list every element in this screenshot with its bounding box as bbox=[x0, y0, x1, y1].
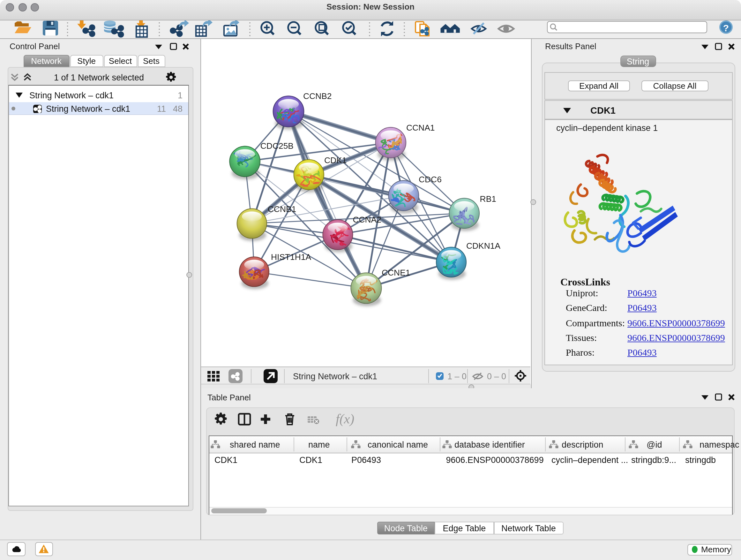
svg-text:CCNB1: CCNB1 bbox=[268, 204, 296, 214]
svg-text:CCNA2: CCNA2 bbox=[353, 215, 381, 225]
svg-text:CCNA1: CCNA1 bbox=[406, 123, 434, 132]
svg-text:CCNE1: CCNE1 bbox=[382, 268, 410, 277]
svg-text:CDK1: CDK1 bbox=[324, 155, 347, 165]
svg-text:CDC25B: CDC25B bbox=[260, 141, 293, 151]
svg-text:CDC6: CDC6 bbox=[419, 175, 442, 184]
svg-text:HIST1H1A: HIST1H1A bbox=[271, 252, 312, 262]
svg-text:CCNB2: CCNB2 bbox=[303, 91, 332, 101]
svg-text:f(x): f(x) bbox=[336, 413, 354, 427]
svg-text:CDKN1A: CDKN1A bbox=[466, 241, 500, 251]
svg-text:RB1: RB1 bbox=[480, 194, 496, 204]
